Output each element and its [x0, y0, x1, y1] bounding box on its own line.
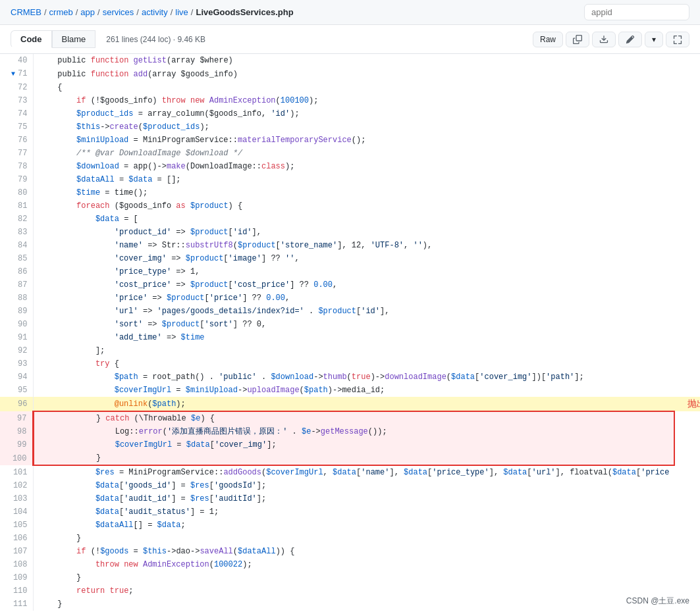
line-number[interactable]: 106	[0, 532, 33, 545]
table-row: 106 }	[0, 532, 700, 545]
table-row: 73 if (!$goods_info) throw new AdminExce…	[0, 94, 700, 107]
line-number[interactable]: 109	[0, 571, 33, 584]
line-number[interactable]: 76	[0, 134, 33, 147]
line-number[interactable]: 104	[0, 505, 33, 519]
code-line-content: if (!$goods = $this->dao->saveAll($dataA…	[33, 545, 674, 558]
code-line-content: if (!$goods_info) throw new AdminExcepti…	[33, 94, 674, 107]
copy-icon	[573, 35, 582, 44]
table-row: 89 'url' => 'pages/goods_details/index?i…	[0, 305, 700, 318]
table-row: 108 throw new AdminException(100022);	[0, 558, 700, 571]
expand-icon	[673, 35, 682, 44]
table-row: 81 foreach ($goods_info as $product) {	[0, 199, 700, 213]
sep1: /	[44, 7, 47, 17]
line-number[interactable]: 87	[0, 278, 33, 292]
line-number[interactable]: 111	[0, 598, 33, 611]
code-line-content: $coverImgUrl = $data['cover_img'];	[33, 438, 674, 451]
line-number[interactable]: 81	[0, 199, 33, 213]
line-number[interactable]: 91	[0, 331, 33, 344]
breadcrumb-crmeb[interactable]: CRMEB	[11, 7, 41, 17]
footer-text: CSDN @土豆.exe	[626, 596, 689, 605]
copy-button[interactable]	[566, 32, 589, 47]
table-row: 107 if (!$goods = $this->dao->saveAll($d…	[0, 545, 700, 558]
toolbar-left: Code Blame 261 lines (244 loc) · 9.46 KB	[11, 30, 205, 48]
download-button[interactable]	[592, 32, 616, 47]
more-button[interactable]: ▾	[645, 32, 663, 47]
line-number[interactable]: 89	[0, 305, 33, 318]
tab-code[interactable]: Code	[11, 30, 52, 48]
code-line-content: } catch (\Throwable $e) {	[33, 411, 674, 425]
toolbar: Code Blame 261 lines (244 loc) · 9.46 KB…	[0, 25, 700, 54]
line-number[interactable]: 83	[0, 226, 33, 239]
table-row: 82 $data = [	[0, 213, 700, 226]
raw-button[interactable]: Raw	[533, 32, 563, 47]
code-line-content: @unlink($path);	[33, 397, 674, 411]
line-number[interactable]: 40	[0, 54, 33, 67]
table-row: 86 'price_type' => 1,	[0, 265, 700, 278]
line-number[interactable]: 75	[0, 120, 33, 134]
sep6: /	[191, 7, 194, 17]
line-number[interactable]: 92	[0, 344, 33, 357]
line-number[interactable]: ▼71	[0, 67, 33, 81]
line-number[interactable]: 107	[0, 545, 33, 558]
table-row: 93 try {	[0, 357, 700, 370]
line-number[interactable]: 103	[0, 492, 33, 505]
breadcrumb-crmeb2[interactable]: crmeb	[49, 7, 73, 17]
line-number[interactable]: 72	[0, 81, 33, 94]
line-number[interactable]: 94	[0, 370, 33, 384]
code-line-content: 'add_time' => $time	[33, 331, 674, 344]
line-number[interactable]: 102	[0, 479, 33, 492]
edit-button[interactable]	[618, 32, 642, 47]
code-line-content: $dataAll = $data = [];	[33, 173, 674, 186]
line-number[interactable]: 80	[0, 186, 33, 199]
line-number[interactable]: 105	[0, 519, 33, 532]
code-line-content: $miniUpload = MiniProgramService::materi…	[33, 134, 674, 147]
line-number[interactable]: 74	[0, 107, 33, 120]
line-number[interactable]: 90	[0, 318, 33, 331]
line-number[interactable]: 82	[0, 213, 33, 226]
breadcrumb-filename: LiveGoodsServices.php	[196, 7, 293, 17]
line-number[interactable]: 77	[0, 147, 33, 160]
expand-button[interactable]	[666, 32, 689, 47]
line-number[interactable]: 88	[0, 292, 33, 305]
code-line-content: $data['audit_status'] = 1;	[33, 505, 674, 519]
table-row: 98 Log::error('添加直播商品图片错误，原因：' . $e->get…	[0, 425, 700, 438]
breadcrumb-activity[interactable]: activity	[142, 7, 168, 17]
table-row: 100 }	[0, 451, 700, 465]
breadcrumb-live[interactable]: live	[175, 7, 188, 17]
table-row: 72 {	[0, 81, 700, 94]
line-number[interactable]: 93	[0, 357, 33, 370]
line-number[interactable]: 95	[0, 384, 33, 397]
search-input[interactable]	[584, 4, 689, 20]
line-number[interactable]: 86	[0, 265, 33, 278]
tab-blame[interactable]: Blame	[52, 30, 96, 48]
code-line-content: return true;	[33, 584, 674, 598]
table-row: 88 'price' => $product['price'] ?? 0.00,	[0, 292, 700, 305]
table-row: 111 }	[0, 598, 700, 611]
line-number[interactable]: 110	[0, 584, 33, 598]
line-number[interactable]: 99	[0, 438, 33, 451]
line-number[interactable]: 85	[0, 252, 33, 265]
line-number[interactable]: 100	[0, 451, 33, 465]
table-row: ▼71 public function add(array $goods_inf…	[0, 67, 700, 81]
table-row: 101 $res = MiniProgramService::addGoods(…	[0, 465, 700, 479]
breadcrumb-app[interactable]: app	[80, 7, 95, 17]
line-number[interactable]: 98	[0, 425, 33, 438]
code-line-content: }	[33, 571, 674, 584]
line-number[interactable]: 108	[0, 558, 33, 571]
line-number[interactable]: 101	[0, 465, 33, 479]
table-row: 84 'name' => Str::substrUtf8($product['s…	[0, 239, 700, 252]
table-row: 103 $data['audit_id'] = $res['auditId'];	[0, 492, 700, 505]
table-row: 110 return true;	[0, 584, 700, 598]
breadcrumb-services[interactable]: services	[103, 7, 134, 17]
line-number[interactable]: 97	[0, 411, 33, 425]
line-number[interactable]: 73	[0, 94, 33, 107]
table-row: 105 $dataAll[] = $data;	[0, 519, 700, 532]
table-row: 77 /** @var DownloadImage $download */	[0, 147, 700, 160]
code-table: 40 public function getList(array $where)…	[0, 54, 700, 611]
table-row: 87 'cost_price' => $product['cost_price'…	[0, 278, 700, 292]
line-number[interactable]: 84	[0, 239, 33, 252]
line-number[interactable]: 79	[0, 173, 33, 186]
line-number[interactable]: 96	[0, 397, 33, 411]
footer: CSDN @土豆.exe	[626, 596, 689, 607]
line-number[interactable]: 78	[0, 160, 33, 173]
